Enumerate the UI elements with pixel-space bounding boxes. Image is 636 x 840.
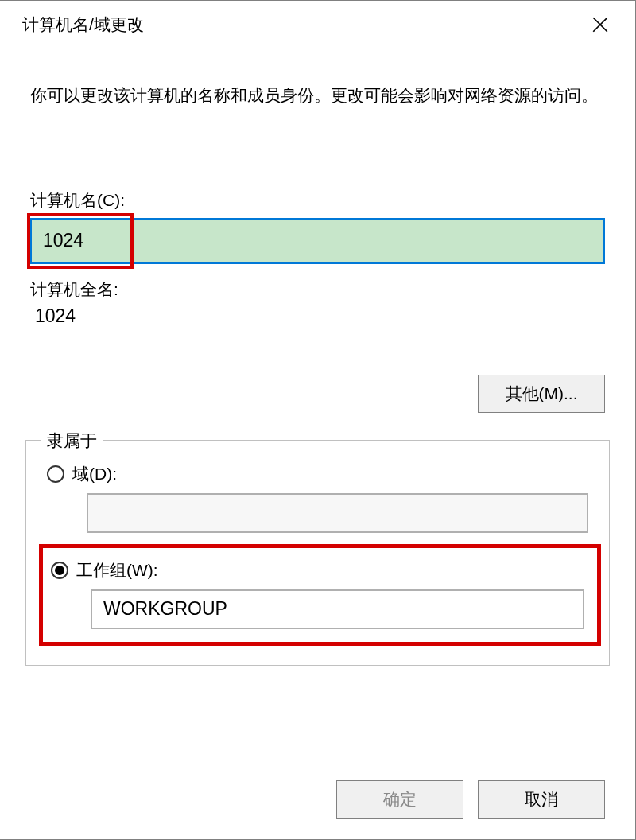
domain-option-row: 域(D): [47, 463, 588, 533]
computer-name-input[interactable] [30, 218, 605, 264]
close-button[interactable] [581, 10, 619, 39]
workgroup-radio-label: 工作组(W): [76, 559, 158, 581]
dialog-content: 你可以更改该计算机的名称和成员身份。更改可能会影响对网络资源的访问。 计算机名(… [0, 49, 635, 666]
dialog-button-bar: 确定 取消 [336, 780, 605, 819]
domain-input [87, 493, 588, 533]
domain-radio-label: 域(D): [72, 463, 117, 485]
more-button[interactable]: 其他(M)... [478, 375, 605, 413]
full-computer-name-value: 1024 [35, 305, 605, 327]
domain-radio[interactable] [47, 465, 64, 483]
cancel-button[interactable]: 取消 [478, 780, 605, 819]
membership-legend: 隶属于 [41, 430, 103, 452]
dialog-title: 计算机名/域更改 [22, 14, 144, 36]
titlebar: 计算机名/域更改 [0, 1, 635, 49]
computer-name-domain-dialog: 计算机名/域更改 你可以更改该计算机的名称和成员身份。更改可能会影响对网络资源的… [0, 0, 636, 840]
ok-button[interactable]: 确定 [336, 780, 463, 819]
workgroup-highlight-box: 工作组(W): [39, 544, 601, 646]
close-icon [592, 17, 608, 33]
dialog-description: 你可以更改该计算机的名称和成员身份。更改可能会影响对网络资源的访问。 [30, 81, 605, 110]
workgroup-radio-control[interactable]: 工作组(W): [51, 559, 584, 581]
computer-name-field-wrap [30, 218, 605, 264]
workgroup-input[interactable] [91, 589, 584, 629]
full-computer-name-label: 计算机全名: [30, 278, 605, 301]
computer-name-label: 计算机名(C): [30, 189, 605, 212]
membership-fieldset: 隶属于 域(D): 工作组(W): [25, 440, 610, 666]
workgroup-radio[interactable] [51, 562, 68, 579]
domain-radio-control[interactable]: 域(D): [47, 463, 588, 485]
